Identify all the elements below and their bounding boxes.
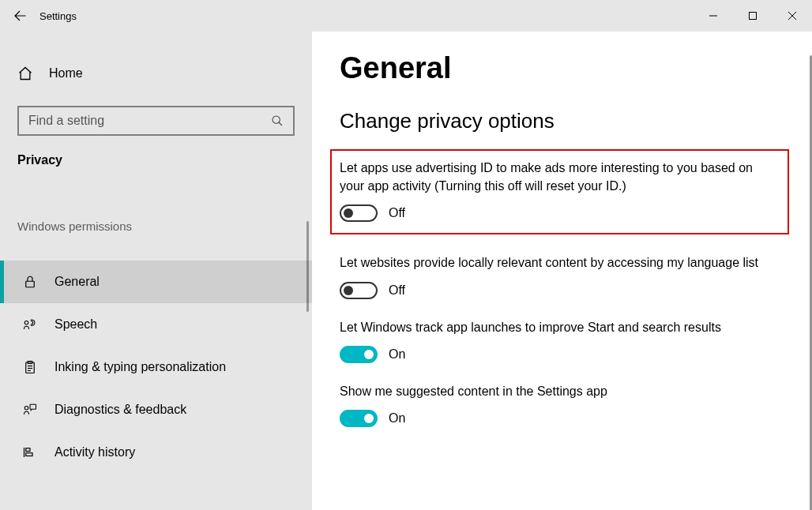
minimize-button[interactable]	[694, 0, 733, 32]
option-suggested-content: Show me suggested content in the Setting…	[340, 382, 784, 427]
toggle-state: On	[389, 347, 405, 362]
svg-rect-6	[26, 281, 35, 287]
nav-label: Speech	[55, 317, 97, 332]
svg-rect-1	[750, 13, 757, 20]
option-language-list: Let websites provide locally relevant co…	[340, 253, 784, 298]
feedback-icon	[22, 403, 38, 417]
history-icon	[22, 445, 38, 459]
toggle-row: Off	[340, 204, 780, 222]
nav-item-diagnostics[interactable]: Diagnostics & feedback	[0, 388, 312, 431]
toggle-knob	[344, 286, 353, 295]
toggle-row: On	[340, 410, 784, 427]
back-button[interactable]	[0, 0, 39, 32]
option-label: Let websites provide locally relevant co…	[340, 253, 766, 272]
toggle-state: On	[389, 411, 405, 426]
toggle-knob	[364, 350, 374, 359]
toggle-advertising-id[interactable]	[340, 204, 378, 222]
search-icon	[271, 114, 284, 127]
maximize-icon	[748, 11, 757, 21]
search-box[interactable]	[17, 106, 295, 136]
toggle-knob	[344, 208, 353, 218]
speech-icon	[22, 317, 38, 332]
sidebar-scrollbar[interactable]	[306, 221, 309, 312]
window-title: Settings	[39, 10, 77, 22]
option-advertising-id: Let apps use advertising ID to make ads …	[330, 149, 789, 234]
window-controls	[694, 0, 812, 32]
toggle-knob	[364, 414, 374, 423]
search-input[interactable]	[28, 114, 271, 128]
nav-item-activity[interactable]: Activity history	[0, 431, 312, 474]
maximize-button[interactable]	[733, 0, 773, 32]
option-label: Let Windows track app launches to improv…	[340, 318, 766, 336]
body: Home Privacy Windows permissions General…	[0, 32, 812, 510]
nav-item-general[interactable]: General	[0, 261, 312, 303]
nav-label: Diagnostics & feedback	[55, 403, 186, 417]
page-title: General	[340, 51, 784, 85]
group-label: Windows permissions	[17, 219, 295, 233]
home-label: Home	[49, 66, 83, 81]
close-icon	[788, 11, 797, 21]
lock-icon	[23, 275, 37, 289]
svg-rect-14	[30, 404, 36, 409]
toggle-app-launches[interactable]	[340, 346, 378, 363]
svg-rect-17	[26, 453, 32, 456]
sidebar-top: Home Privacy Windows permissions	[0, 32, 312, 233]
svg-point-7	[24, 321, 28, 325]
section-title: Privacy	[17, 153, 295, 167]
toggle-row: On	[340, 346, 784, 363]
clipboard-icon	[23, 360, 37, 374]
home-button[interactable]: Home	[17, 55, 295, 92]
nav-label: Inking & typing personalization	[55, 360, 226, 374]
option-label: Let apps use advertising ID to make ads …	[340, 159, 766, 195]
content: General Change privacy options Let apps …	[312, 32, 812, 510]
svg-point-4	[273, 116, 280, 123]
page-subtitle: Change privacy options	[340, 109, 784, 133]
nav-label: General	[55, 275, 100, 289]
close-button[interactable]	[773, 0, 812, 32]
minimize-icon	[709, 11, 718, 21]
toggle-language-list[interactable]	[340, 282, 378, 299]
titlebar: Settings	[0, 0, 812, 32]
sidebar: Home Privacy Windows permissions General…	[0, 32, 312, 510]
svg-rect-16	[26, 448, 30, 452]
nav-list: General Speech Inking & typing personali…	[0, 261, 312, 474]
svg-line-5	[279, 122, 282, 126]
toggle-state: Off	[389, 283, 405, 298]
nav-item-inking[interactable]: Inking & typing personalization	[0, 346, 312, 388]
svg-point-13	[24, 407, 28, 411]
nav-label: Activity history	[55, 445, 135, 459]
option-app-launches: Let Windows track app launches to improv…	[340, 318, 784, 363]
toggle-suggested-content[interactable]	[340, 410, 378, 427]
toggle-state: Off	[389, 206, 405, 220]
home-icon	[17, 66, 33, 81]
arrow-left-icon	[13, 9, 27, 23]
nav-item-speech[interactable]: Speech	[0, 303, 312, 346]
option-label: Show me suggested content in the Setting…	[340, 382, 766, 400]
settings-window: Settings Home	[0, 0, 812, 510]
toggle-row: Off	[340, 282, 784, 299]
